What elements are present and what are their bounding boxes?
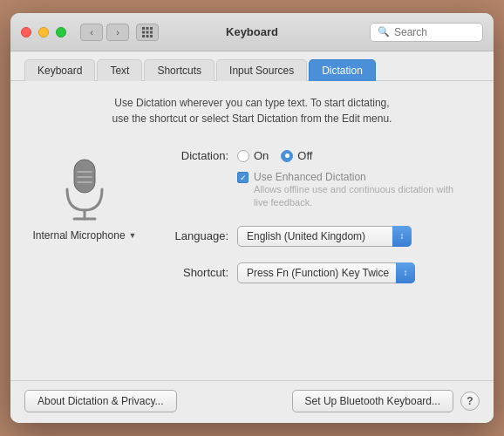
svg-rect-0	[142, 27, 145, 30]
shortcut-label: Shortcut:	[159, 266, 228, 279]
svg-rect-1	[146, 27, 149, 30]
enhanced-dictation-row: Use Enhanced Dictation Allows offline us…	[237, 171, 476, 210]
traffic-lights	[21, 27, 66, 37]
close-button[interactable]	[21, 27, 31, 37]
tabs-bar: Keyboard Text Shortcuts Input Sources Di…	[10, 51, 494, 81]
about-dictation-button[interactable]: About Dictation & Privacy...	[24, 390, 177, 412]
setup-bluetooth-button[interactable]: Set Up Bluetooth Keyboard...	[292, 390, 453, 412]
bottom-right: Set Up Bluetooth Keyboard... ?	[292, 390, 480, 412]
microphone-section: Internal Microphone ▼	[28, 144, 141, 366]
search-box[interactable]: 🔍	[370, 23, 483, 42]
back-button[interactable]: ‹	[80, 24, 103, 41]
shortcut-select[interactable]: Press Fn (Function) Key Twice	[237, 262, 415, 283]
microphone-dropdown-arrow: ▼	[129, 231, 137, 240]
grid-button[interactable]	[136, 24, 159, 41]
settings-section: Dictation: On Off	[159, 144, 476, 366]
svg-rect-5	[150, 31, 153, 33]
bottom-bar: About Dictation & Privacy... Set Up Blue…	[10, 380, 494, 423]
keyboard-preferences-window: ‹ › Keyboard 🔍 Keyboard Text Shortcuts I…	[10, 13, 494, 423]
nav-buttons: ‹ ›	[80, 24, 129, 41]
radio-on-circle[interactable]	[237, 150, 249, 162]
tab-keyboard[interactable]: Keyboard	[24, 59, 95, 81]
search-icon: 🔍	[378, 26, 390, 37]
microphone-label: Internal Microphone	[33, 229, 126, 242]
radio-off-label: Off	[297, 149, 312, 162]
description-line1: Use Dictation wherever you can type text…	[114, 97, 389, 109]
description: Use Dictation wherever you can type text…	[28, 95, 476, 126]
tab-shortcuts[interactable]: Shortcuts	[144, 59, 215, 81]
main-area: Internal Microphone ▼ Dictation: On	[28, 144, 476, 366]
enhanced-checkbox-wrap: Use Enhanced Dictation Allows offline us…	[237, 171, 453, 210]
enhanced-checkbox[interactable]	[237, 172, 249, 183]
svg-rect-7	[146, 35, 149, 37]
dictation-label: Dictation:	[159, 149, 228, 162]
content-area: Use Dictation wherever you can type text…	[10, 81, 494, 380]
description-line2: use the shortcut or select Start Dictati…	[112, 112, 392, 125]
window-title: Keyboard	[226, 25, 278, 38]
tab-input-sources[interactable]: Input Sources	[216, 59, 307, 81]
svg-rect-2	[150, 27, 153, 30]
forward-button[interactable]: ›	[106, 24, 129, 41]
svg-rect-3	[142, 31, 145, 33]
language-label: Language:	[159, 229, 228, 242]
minimize-button[interactable]	[38, 27, 49, 37]
maximize-button[interactable]	[56, 27, 66, 37]
microphone-selector[interactable]: Internal Microphone ▼	[33, 229, 137, 242]
language-select-wrapper: English (United Kingdom) ↕	[237, 226, 412, 247]
radio-on[interactable]: On	[237, 149, 269, 162]
bottom-left: About Dictation & Privacy...	[24, 390, 177, 412]
radio-group: On Off	[237, 149, 312, 162]
svg-rect-6	[142, 35, 145, 37]
help-button[interactable]: ?	[460, 392, 480, 411]
tab-text[interactable]: Text	[97, 59, 142, 81]
language-row: Language: English (United Kingdom) ↕	[159, 226, 476, 247]
svg-rect-9	[74, 160, 95, 193]
radio-off[interactable]: Off	[281, 149, 312, 162]
tab-dictation[interactable]: Dictation	[309, 59, 376, 81]
svg-rect-4	[146, 31, 149, 33]
radio-off-circle[interactable]	[281, 150, 293, 162]
svg-rect-8	[150, 35, 153, 37]
shortcut-row: Shortcut: Press Fn (Function) Key Twice …	[159, 262, 476, 283]
enhanced-label: Use Enhanced Dictation	[254, 171, 453, 183]
enhanced-desc: Allows offline use and continuous dictat…	[254, 183, 453, 210]
radio-on-label: On	[254, 149, 269, 162]
enhanced-text: Use Enhanced Dictation Allows offline us…	[254, 171, 453, 210]
search-input[interactable]	[394, 26, 475, 38]
language-select[interactable]: English (United Kingdom)	[237, 226, 412, 247]
shortcut-select-wrapper: Press Fn (Function) Key Twice ↕	[237, 262, 415, 283]
dictation-toggle-row: Dictation: On Off	[159, 149, 476, 162]
microphone-icon	[54, 153, 115, 222]
titlebar: ‹ › Keyboard 🔍	[10, 13, 494, 51]
